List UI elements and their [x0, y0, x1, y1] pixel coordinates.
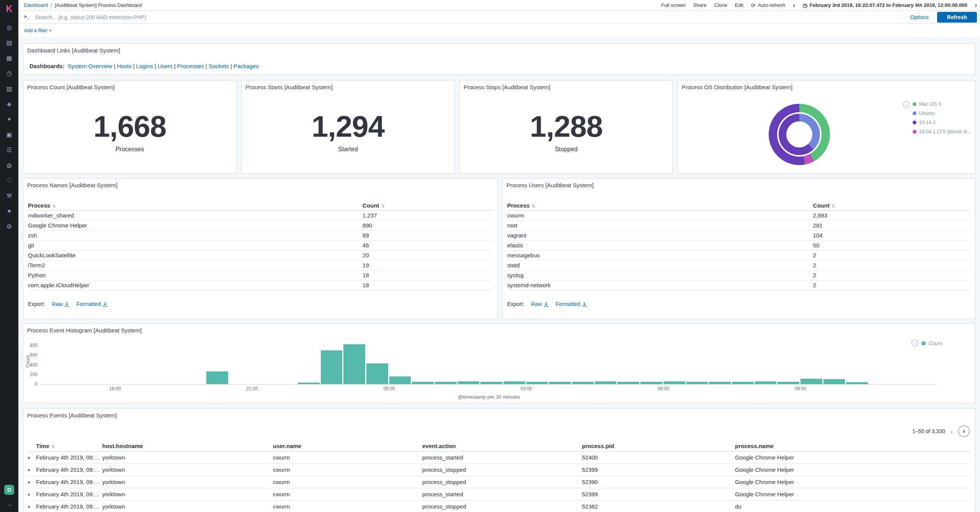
sidebar-expand-icon[interactable]: → [7, 501, 12, 507]
kibana-logo[interactable]: K [6, 0, 12, 18]
histogram-bar[interactable] [686, 382, 708, 384]
table-row: com.apple.iCloudHelper18 [28, 280, 493, 290]
histogram-bar[interactable] [732, 382, 754, 384]
canvas-icon[interactable]: ▧ [5, 84, 14, 93]
histogram-bar[interactable] [709, 382, 731, 384]
histogram-bar[interactable] [800, 379, 822, 384]
pagination-prev-icon[interactable]: ‹ [951, 428, 953, 435]
histogram-bar[interactable] [366, 363, 388, 384]
discover-icon[interactable]: ◎ [5, 23, 14, 32]
legend-item[interactable]: Mac OS X [913, 101, 971, 107]
expand-row-icon[interactable]: ▶ [28, 480, 36, 484]
pagination-next-icon[interactable]: › [958, 425, 970, 437]
maps-icon[interactable]: ◈ [5, 100, 14, 109]
histogram-bar[interactable] [298, 383, 320, 384]
dashboard-link[interactable]: Packages [234, 63, 259, 69]
os-donut-inner[interactable] [779, 114, 820, 155]
query-options-button[interactable]: Options [910, 14, 929, 20]
dashboard-link[interactable]: System Overview [68, 63, 113, 69]
add-filter-button[interactable]: Add a filter + [24, 28, 52, 33]
expand-row-icon[interactable]: ▶ [28, 492, 36, 496]
infrastructure-icon[interactable]: ▣ [5, 130, 14, 139]
column-header-event-action[interactable]: event.action [422, 443, 582, 449]
column-header-process-name[interactable]: process.name [735, 443, 970, 449]
column-header-process-pid[interactable]: process.pid [582, 443, 735, 449]
histogram-bar[interactable] [549, 382, 571, 384]
histogram-bar[interactable] [663, 381, 685, 384]
export-formatted-link[interactable]: Formatted [76, 301, 108, 307]
export-formatted-link[interactable]: Formatted [555, 301, 587, 307]
clone-button[interactable]: Clone [714, 2, 727, 8]
monitoring-icon[interactable]: ♥ [5, 207, 14, 216]
histogram-bar[interactable] [206, 371, 228, 384]
panel-title: Process Users [Auditbeat System] [503, 178, 975, 188]
time-step-forward-icon[interactable]: › [975, 2, 977, 8]
histogram-bar[interactable] [389, 376, 411, 384]
histogram-bar[interactable] [343, 344, 365, 384]
time-step-back-icon[interactable]: ‹ [793, 2, 795, 8]
histogram-bar[interactable] [526, 382, 548, 384]
histogram-bar[interactable] [595, 381, 617, 384]
histogram-bar[interactable] [321, 350, 343, 384]
auto-refresh-button[interactable]: ⟳ Auto-refresh [751, 2, 785, 8]
export-raw-link[interactable]: Raw [531, 301, 549, 307]
dashboard-link[interactable]: Sockets [209, 63, 229, 69]
histogram-bar[interactable] [640, 382, 662, 384]
visualize-icon[interactable]: ▤ [5, 38, 14, 47]
management-icon[interactable]: ⚙ [5, 222, 14, 231]
table-cell: 2 [813, 272, 970, 278]
histogram-bar[interactable] [480, 382, 502, 384]
histogram-bar[interactable] [458, 381, 480, 384]
column-header-username[interactable]: user.name [273, 443, 422, 449]
legend-toggle-icon[interactable]: › [911, 340, 918, 347]
edit-button[interactable]: Edit [735, 2, 743, 8]
dev-tools-icon[interactable]: ⚒ [5, 191, 14, 201]
time-range-picker[interactable]: ◷ February 3rd 2019, 16:22:07.472 to Feb… [803, 2, 967, 8]
expand-row-icon[interactable]: ▶ [28, 456, 36, 460]
space-avatar[interactable]: D [4, 485, 14, 495]
refresh-button[interactable]: Refresh [937, 12, 977, 23]
column-header-count[interactable]: Count⇅ [363, 202, 493, 209]
histogram-bar[interactable] [823, 379, 845, 384]
histogram-bar[interactable] [777, 382, 799, 384]
histogram-bar[interactable] [846, 382, 868, 384]
legend-item[interactable]: Ubuntu [913, 110, 971, 116]
machine-learning-icon[interactable]: ✦ [5, 115, 14, 124]
legend-toggle-icon[interactable]: › [903, 101, 910, 108]
histogram-bar[interactable] [617, 382, 639, 384]
os-donut-outer[interactable] [769, 104, 830, 165]
histogram-bar[interactable] [755, 381, 777, 384]
histogram-bar[interactable] [412, 382, 434, 384]
panel-title: Process Stops [Auditbeat System] [460, 80, 673, 90]
logs-icon[interactable]: ☰ [5, 146, 14, 155]
histogram-bar[interactable] [572, 382, 594, 384]
table-row: ▶February 4th 2019, 09:39:51.199yorktown… [28, 464, 970, 476]
uptime-icon[interactable]: ♡ [5, 176, 14, 185]
export-raw-link[interactable]: Raw [52, 301, 69, 307]
column-header-hostname[interactable]: host.hostname [102, 443, 273, 449]
dashboard-link[interactable]: Processes [177, 63, 204, 69]
full-screen-button[interactable]: Full screen [661, 2, 686, 8]
legend-item-count[interactable]: Count [929, 340, 942, 346]
legend-item[interactable]: 10.14.2 [913, 119, 971, 125]
timelion-icon[interactable]: ◷ [5, 69, 14, 78]
histogram-bar[interactable] [503, 381, 525, 384]
dashboard-link[interactable]: Logins [136, 63, 153, 69]
panel-title: Process Event Histogram [Auditbeat Syste… [23, 324, 975, 334]
column-header-process[interactable]: Process⇅ [28, 202, 363, 209]
column-header-process[interactable]: Process⇅ [507, 202, 813, 209]
breadcrumb-dashboard-link[interactable]: Dashboard [24, 2, 48, 8]
column-header-count[interactable]: Count⇅ [813, 202, 970, 209]
dashboard-link[interactable]: Hosts [117, 63, 131, 69]
histogram-bar[interactable] [435, 382, 457, 384]
share-button[interactable]: Share [693, 2, 707, 8]
legend-item[interactable]: 18.04.1 LTS (Bionic B... [913, 129, 971, 134]
column-header-time[interactable]: Time⇅ [36, 443, 102, 449]
search-input[interactable] [34, 14, 906, 21]
apm-icon[interactable]: ◍ [5, 161, 14, 170]
panel-dashboard-links: Dashboard Links [Auditbeat System] Dashb… [23, 43, 975, 75]
expand-row-icon[interactable]: ▶ [28, 468, 36, 472]
dashboard-icon[interactable]: ▦ [5, 54, 14, 63]
expand-row-icon[interactable]: ▶ [28, 505, 36, 509]
dashboard-link[interactable]: Users [158, 63, 173, 69]
